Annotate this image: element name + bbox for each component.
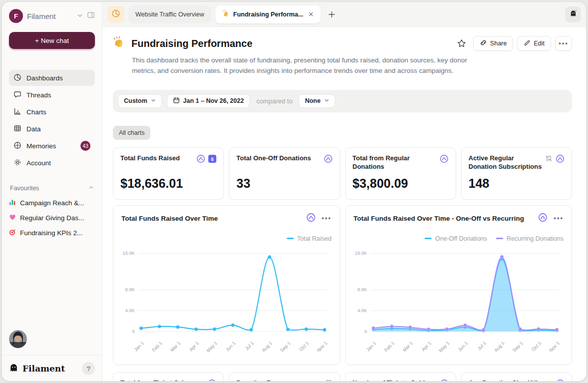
ghost-logo-icon [9, 363, 18, 375]
assistant-ghost-button[interactable] [565, 6, 581, 22]
legend-swatch [496, 238, 503, 239]
sidebar: F Filament + New chat Dashboards Threads… [2, 2, 102, 381]
svg-text:Jan 1: Jan 1 [133, 340, 145, 352]
memory-icon [13, 141, 21, 151]
svg-text:15.0K: 15.0K [355, 250, 367, 256]
svg-text:4.0K: 4.0K [125, 308, 135, 313]
chart-title: Total Funds Raised Over Time [121, 215, 218, 222]
favourite-item-label: Fundraising KPIs 2... [20, 229, 82, 237]
app-window: F Filament + New chat Dashboards Threads… [1, 1, 587, 382]
new-chat-button[interactable]: + New chat [9, 32, 95, 49]
sidebar-item-label: Data [26, 125, 41, 133]
ghost-sparkle-icon [569, 9, 578, 19]
kpi-title: Total One-Off Donations [236, 154, 311, 163]
kpi-row: Total Funds Raised $ $18,636.01 Total On… [113, 147, 572, 200]
favourite-item-regular-giving[interactable]: Regular Giving Das... [9, 214, 95, 222]
workspace-switcher[interactable]: F Filament [9, 9, 95, 23]
legend-label: Recurring Donations [507, 235, 564, 242]
clapping-hands-emoji-icon [113, 36, 125, 51]
line-chart: 04.0K8.0K15.0KJan 1Feb 1Mar 1Apr 1May 1J… [121, 243, 332, 363]
svg-text:Feb 1: Feb 1 [151, 340, 163, 353]
sidebar-item-label: Dashboards [26, 74, 63, 82]
sidebar-item-dashboards[interactable]: Dashboards [9, 70, 95, 86]
chevron-up-icon[interactable] [88, 185, 94, 192]
kpi-card-total-from-ticket-sales: Total from Ticket Sales [113, 372, 224, 381]
favourite-star-button[interactable] [454, 36, 469, 51]
legend-label: Total Raised [297, 235, 332, 242]
svg-text:Jun 1: Jun 1 [457, 340, 469, 352]
kpi-type-badge-icon [556, 379, 565, 381]
sidebar-nav: Dashboards Threads Charts Data Memories … [9, 70, 95, 171]
date-range-button[interactable]: Jan 1 – Nov 26, 2022 [167, 94, 250, 108]
workspace-name: Filament [27, 12, 56, 20]
sidebar-item-label: Charts [26, 108, 46, 116]
kpi-value: $3,800.09 [353, 176, 449, 193]
svg-text:May 1: May 1 [205, 340, 218, 353]
legend-item: One-Off Donations [425, 235, 487, 242]
range-type-dropdown[interactable]: Custom [118, 94, 162, 108]
sidebar-item-data[interactable]: Data [9, 121, 95, 137]
brand-wordmark: Filament [22, 364, 65, 374]
svg-text:0: 0 [364, 329, 367, 334]
svg-text:Mar 1: Mar 1 [401, 340, 414, 353]
edit-label: Edit [534, 40, 545, 47]
favourite-item-fundraising-kpis[interactable]: Fundraising KPIs 2... [9, 229, 95, 237]
sidebar-toggle-icon[interactable] [87, 11, 95, 21]
svg-text:$: $ [211, 156, 214, 161]
share-button[interactable]: Share [473, 36, 513, 51]
svg-text:Apr 1: Apr 1 [188, 340, 200, 352]
page-content: Fundraising Performance Share Edit ••• T… [102, 27, 586, 381]
tab-fundraising-performance[interactable]: Fundraising Performa... [215, 5, 321, 23]
bottom-card-row: Total from Ticket Sales Donation Form Co… [113, 372, 572, 381]
charts-row: Total Funds Raised Over Time ••• Total R… [113, 205, 572, 365]
more-actions-button[interactable]: ••• [555, 36, 572, 51]
link-icon [480, 39, 487, 48]
kpi-card-number-of-tickets-sold: Number of Tickets Sold [345, 372, 456, 381]
table-icon [13, 124, 21, 134]
bar-chart-icon [13, 107, 21, 117]
sidebar-item-charts[interactable]: Charts [9, 104, 95, 120]
close-tab-icon[interactable] [308, 11, 314, 17]
user-avatar[interactable] [9, 330, 27, 348]
help-button[interactable]: ? [82, 362, 95, 375]
kpi-value: 148 [469, 176, 565, 193]
range-type-value: Custom [124, 97, 147, 104]
page-description: This dashboard tracks the overall state … [132, 55, 478, 76]
edit-button[interactable]: Edit [517, 36, 551, 51]
chevron-down-icon [151, 97, 156, 104]
flag-slash-icon [545, 155, 553, 164]
comparison-dropdown[interactable]: None [299, 94, 335, 108]
svg-text:Apr 1: Apr 1 [420, 340, 432, 352]
favourite-item-campaign-reach[interactable]: Campaign Reach &... [9, 199, 95, 207]
compared-to-label: compared to [255, 97, 294, 105]
chevron-down-icon[interactable] [77, 11, 83, 20]
legend-label: One-Off Donations [435, 235, 487, 242]
kpi-type-badge-icon [208, 379, 216, 381]
all-charts-chip[interactable]: All charts [113, 126, 150, 140]
sidebar-item-memories[interactable]: Memories 43 [9, 138, 95, 154]
chevron-down-icon [324, 97, 329, 104]
target-emoji-icon [9, 229, 16, 237]
gear-icon [13, 158, 21, 168]
kpi-title: Donation Form Conversion [236, 379, 312, 381]
tab-website-traffic-overview[interactable]: Website Traffic Overview [128, 5, 211, 23]
svg-text:4.0K: 4.0K [357, 308, 367, 313]
legend-item: Recurring Donations [496, 235, 564, 242]
tab-label: Website Traffic Overview [135, 11, 204, 18]
chart-card-one-off-vs-recurring: Total Funds Raised Over Time - One-Off v… [345, 205, 573, 365]
new-tab-button[interactable] [325, 7, 339, 21]
svg-text:Oct 1: Oct 1 [298, 340, 310, 352]
sidebar-item-threads[interactable]: Threads [9, 87, 95, 103]
kpi-card-avg-donation-size: Avg Donation Size (All [461, 372, 572, 381]
svg-text:Aug 1: Aug 1 [261, 340, 273, 353]
dashboard-home-button[interactable] [107, 6, 124, 23]
favourite-item-label: Campaign Reach &... [20, 199, 84, 207]
memories-count-badge: 43 [80, 141, 90, 151]
sidebar-item-account[interactable]: Account [9, 155, 95, 171]
kpi-title: Avg Donation Size (All [469, 379, 538, 381]
svg-text:Sep 1: Sep 1 [279, 340, 292, 353]
flag-slash-icon [325, 379, 333, 381]
svg-text:Oct 1: Oct 1 [530, 340, 542, 352]
svg-text:15.0K: 15.0K [122, 250, 135, 256]
svg-text:Nov 1: Nov 1 [548, 340, 561, 353]
